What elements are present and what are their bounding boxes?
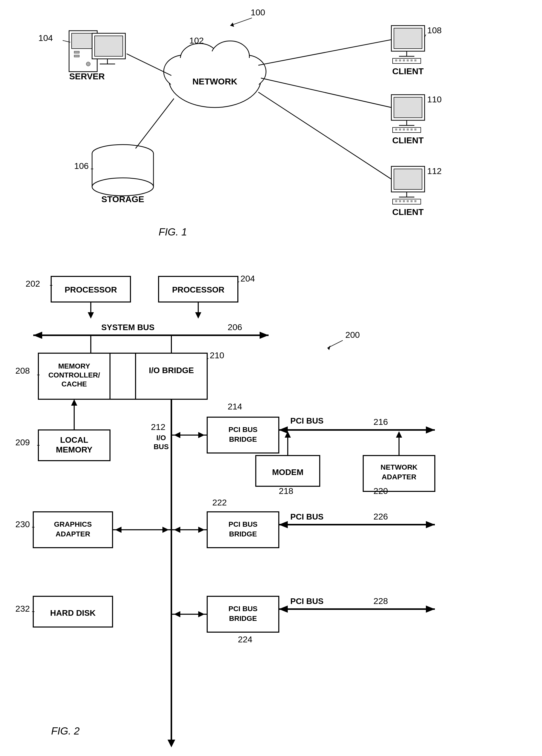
- svg-text:FIG. 1: FIG. 1: [159, 226, 187, 237]
- svg-line-73: [136, 99, 174, 148]
- svg-rect-174: [207, 596, 279, 632]
- svg-rect-38: [399, 59, 401, 61]
- svg-text:230: 230: [15, 519, 30, 529]
- svg-text:222: 222: [212, 498, 227, 507]
- svg-line-75: [261, 78, 391, 107]
- svg-text:MEMORY: MEMORY: [56, 445, 93, 454]
- svg-point-18: [165, 58, 203, 88]
- svg-rect-50: [393, 127, 421, 133]
- svg-rect-144: [363, 456, 435, 491]
- svg-text:SERVER: SERVER: [69, 71, 105, 81]
- svg-text:BRIDGE: BRIDGE: [229, 530, 257, 538]
- svg-marker-79: [230, 23, 234, 27]
- svg-rect-51: [395, 128, 397, 131]
- svg-rect-68: [410, 200, 412, 202]
- svg-text:214: 214: [228, 402, 242, 411]
- svg-text:ADAPTER: ADAPTER: [382, 473, 416, 481]
- svg-text:PROCESSOR: PROCESSOR: [65, 285, 117, 294]
- diagram-svg: SERVER 104 NETWORK 102 STORAGE 106: [0, 0, 542, 756]
- svg-text:PCI BUS: PCI BUS: [229, 426, 258, 434]
- svg-rect-69: [414, 200, 416, 202]
- svg-text:208: 208: [15, 366, 30, 375]
- svg-rect-63: [393, 199, 421, 204]
- svg-rect-36: [393, 58, 421, 63]
- svg-rect-47: [394, 97, 422, 118]
- svg-text:209: 209: [15, 437, 30, 447]
- svg-marker-149: [396, 431, 402, 438]
- svg-marker-185: [426, 606, 435, 613]
- svg-rect-52: [399, 128, 401, 131]
- svg-rect-55: [410, 128, 412, 131]
- svg-text:210: 210: [210, 350, 224, 360]
- svg-rect-101: [38, 353, 110, 399]
- svg-text:100: 100: [251, 7, 265, 17]
- svg-marker-83: [327, 345, 330, 350]
- svg-text:PCI BUS: PCI BUS: [229, 605, 258, 613]
- svg-point-20: [182, 47, 218, 75]
- svg-text:102: 102: [189, 36, 204, 45]
- svg-text:CONTROLLER/: CONTROLLER/: [48, 371, 100, 379]
- svg-text:106: 106: [74, 161, 89, 171]
- svg-marker-184: [279, 606, 288, 613]
- svg-text:206: 206: [228, 322, 242, 332]
- svg-marker-180: [198, 611, 205, 617]
- svg-text:BUS: BUS: [154, 443, 169, 451]
- svg-text:112: 112: [427, 166, 442, 176]
- svg-text:BRIDGE: BRIDGE: [229, 614, 257, 622]
- svg-rect-139: [256, 456, 320, 486]
- svg-line-74: [258, 40, 391, 65]
- svg-text:PCI BUS: PCI BUS: [290, 416, 323, 425]
- svg-point-24: [92, 145, 154, 163]
- svg-rect-3: [74, 55, 79, 57]
- svg-text:218: 218: [279, 486, 293, 496]
- svg-text:220: 220: [373, 486, 388, 496]
- svg-rect-54: [407, 128, 409, 131]
- svg-rect-5: [92, 33, 125, 59]
- svg-line-11: [63, 40, 70, 42]
- svg-rect-1: [72, 33, 95, 49]
- svg-text:GRAPHICS: GRAPHICS: [54, 520, 92, 528]
- svg-rect-107: [136, 353, 207, 399]
- svg-text:110: 110: [427, 94, 442, 104]
- svg-text:228: 228: [373, 596, 388, 606]
- svg-rect-41: [410, 59, 412, 61]
- svg-rect-67: [407, 200, 409, 202]
- svg-text:232: 232: [15, 604, 30, 613]
- svg-rect-84: [51, 276, 131, 302]
- svg-marker-95: [195, 312, 201, 319]
- svg-text:MODEM: MODEM: [272, 468, 303, 477]
- svg-marker-168: [115, 527, 122, 533]
- svg-rect-88: [159, 276, 238, 302]
- svg-marker-143: [285, 431, 291, 438]
- svg-text:CACHE: CACHE: [61, 380, 87, 388]
- svg-text:NETWORK: NETWORK: [381, 463, 418, 471]
- svg-marker-155: [174, 527, 180, 533]
- svg-rect-56: [414, 128, 416, 131]
- svg-text:STORAGE: STORAGE: [101, 194, 144, 204]
- svg-point-16: [211, 41, 250, 72]
- svg-text:PROCESSOR: PROCESSOR: [172, 285, 224, 294]
- svg-line-76: [258, 92, 391, 179]
- svg-text:LOCAL: LOCAL: [60, 435, 88, 445]
- svg-point-17: [170, 52, 260, 106]
- svg-line-78: [230, 18, 252, 26]
- svg-marker-179: [174, 611, 180, 617]
- svg-text:PCI BUS: PCI BUS: [229, 520, 258, 528]
- svg-marker-132: [174, 432, 180, 438]
- svg-text:I/O BRIDGE: I/O BRIDGE: [149, 366, 194, 375]
- svg-line-82: [327, 340, 343, 348]
- svg-text:FIG. 2: FIG. 2: [51, 725, 80, 737]
- svg-point-4: [86, 62, 90, 66]
- svg-point-28: [92, 178, 154, 196]
- svg-rect-162: [33, 512, 113, 548]
- svg-text:PCI BUS: PCI BUS: [290, 597, 323, 606]
- svg-point-15: [180, 44, 219, 74]
- svg-marker-93: [88, 312, 94, 319]
- svg-text:202: 202: [26, 279, 40, 288]
- svg-marker-99: [33, 332, 42, 339]
- svg-text:226: 226: [373, 512, 388, 521]
- svg-text:204: 204: [241, 274, 255, 283]
- svg-marker-138: [426, 426, 435, 434]
- svg-rect-0: [69, 31, 97, 72]
- svg-rect-39: [403, 59, 405, 61]
